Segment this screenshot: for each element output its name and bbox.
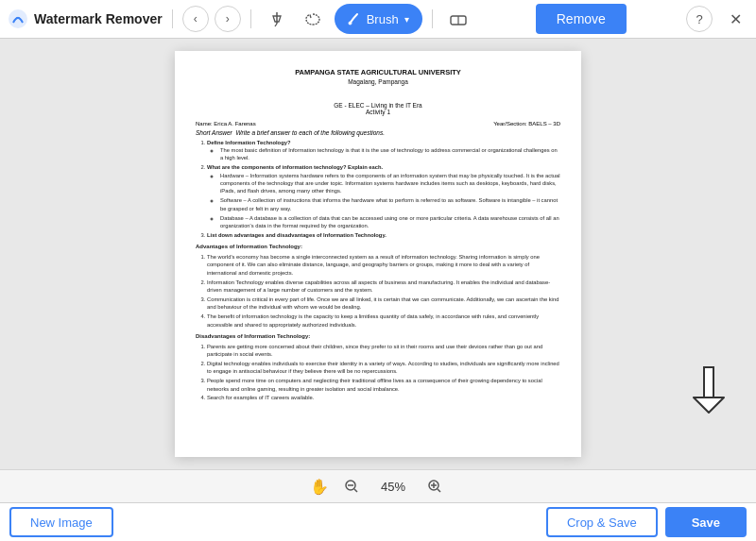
doc-advantages-header: Advantages of Information Technology:: [196, 243, 560, 251]
doc-disadvantages-header: Disadvantages of Information Technology:: [196, 332, 560, 341]
arrow-indicator: [690, 365, 728, 413]
eraser-icon: [449, 10, 468, 27]
zoom-in-icon: [427, 479, 442, 494]
toolbar-divider-2: [250, 9, 251, 28]
doc-year-section: Year/Section: BAELS – 3D: [493, 121, 560, 127]
remove-button[interactable]: Remove: [536, 4, 627, 34]
action-bar: New Image Crop & Save Save: [0, 502, 756, 541]
doc-student-name: Name: Erica A. Farenas: [196, 121, 256, 127]
toolbar-divider-3: [432, 9, 433, 28]
pin-tool-button[interactable]: [261, 5, 293, 33]
zoom-in-button[interactable]: [423, 475, 446, 498]
forward-button[interactable]: ›: [215, 6, 241, 32]
app-title: Watermark Remover: [34, 11, 163, 26]
app-logo: Watermark Remover: [8, 8, 163, 29]
brush-icon: [348, 12, 361, 25]
brush-tool-button[interactable]: Brush ▾: [335, 4, 422, 34]
doc-question-2: What are the components of information t…: [207, 163, 560, 229]
toolbar-divider-1: [172, 9, 173, 28]
doc-question-3: List down advantages and disadvantages o…: [207, 231, 560, 239]
pin-icon: [268, 10, 285, 27]
hand-tool-icon: ✋: [310, 478, 329, 496]
doc-course: GE - ELEC – Living in the IT Era: [196, 102, 560, 109]
svg-rect-7: [704, 367, 713, 397]
svg-marker-8: [694, 397, 724, 413]
arrow-down-icon: [690, 365, 728, 414]
tool-group: [261, 5, 329, 33]
doc-question-4: Search for examples of IT careers availa…: [207, 394, 560, 401]
svg-line-3: [275, 24, 277, 26]
svg-point-4: [348, 22, 352, 25]
svg-line-15: [438, 489, 440, 492]
svg-line-11: [354, 489, 357, 492]
doc-header: PAMPANGA STATE AGRICULTURAL UNIVERSITY M…: [196, 68, 560, 115]
zoom-value: 45%: [374, 480, 412, 494]
back-button[interactable]: ‹: [182, 6, 209, 32]
doc-body: Define Information Technology? The most …: [196, 139, 560, 402]
zoom-out-button[interactable]: [340, 475, 363, 498]
doc-activity: Activity 1: [196, 109, 560, 115]
doc-short-answer-label: Short Answer Write a brief answer to eac…: [196, 129, 560, 136]
close-button[interactable]: ✕: [722, 6, 748, 32]
doc-location: Magalang, Pampanga: [196, 78, 560, 85]
status-bar: ✋ 45%: [0, 469, 756, 502]
brush-chevron-icon: ▾: [404, 14, 409, 25]
crop-save-button[interactable]: Crop & Save: [546, 507, 658, 537]
eraser-tool-button[interactable]: [442, 5, 474, 33]
zoom-out-icon: [344, 479, 359, 494]
doc-meta: Name: Erica A. Farenas Year/Section: BAE…: [196, 121, 560, 127]
app-logo-icon: [8, 8, 28, 29]
doc-university-title: PAMPANGA STATE AGRICULTURAL UNIVERSITY: [196, 68, 560, 78]
save-button[interactable]: Save: [665, 507, 747, 537]
doc-question-1: Define Information Technology? The most …: [207, 139, 560, 162]
lasso-tool-button[interactable]: [297, 5, 329, 33]
canvas-area: PAMPANGA STATE AGRICULTURAL UNIVERSITY M…: [0, 39, 756, 469]
new-image-button[interactable]: New Image: [9, 507, 113, 537]
help-button[interactable]: ?: [686, 6, 713, 32]
toolbar: Watermark Remover ‹ ›: [0, 0, 756, 39]
lasso-icon: [304, 10, 321, 27]
document-page: PAMPANGA STATE AGRICULTURAL UNIVERSITY M…: [175, 51, 581, 457]
